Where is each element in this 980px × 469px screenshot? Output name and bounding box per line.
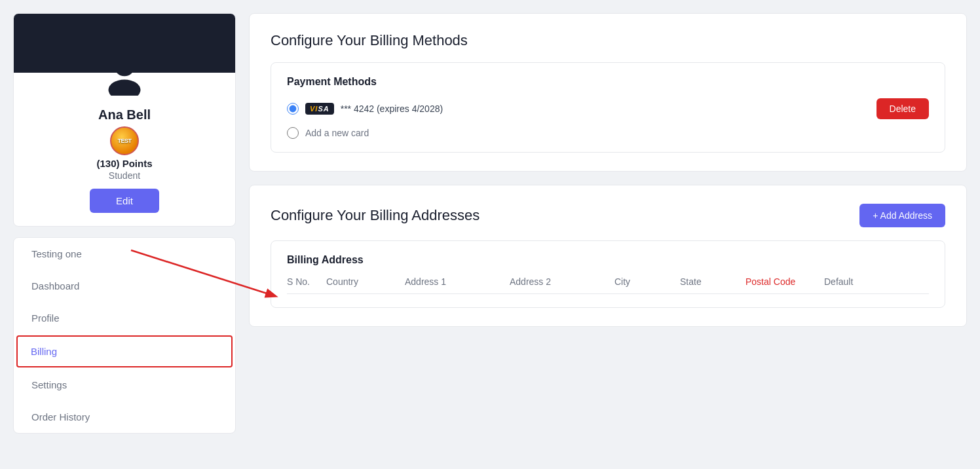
add-card-radio[interactable] bbox=[287, 127, 299, 139]
badge: TEST bbox=[110, 126, 139, 155]
col-postal-code: Postal Code bbox=[745, 276, 824, 287]
edit-button[interactable]: Edit bbox=[90, 189, 159, 213]
col-address1: Address 1 bbox=[405, 276, 510, 287]
points-label: (130) Points bbox=[96, 158, 152, 169]
payment-methods-box-title: Payment Methods bbox=[287, 76, 929, 88]
sidebar-item-order-history[interactable]: Order History bbox=[14, 401, 235, 433]
payment-methods-title: Configure Your Billing Methods bbox=[271, 32, 945, 49]
col-state: State bbox=[680, 276, 745, 287]
card-row: VISA *** 4242 (expires 4/2028) Delete bbox=[287, 98, 929, 119]
sidebar-item-profile[interactable]: Profile bbox=[14, 302, 235, 334]
delete-button[interactable]: Delete bbox=[876, 98, 929, 119]
table-header: S No. Country Address 1 Address 2 City S… bbox=[287, 276, 929, 294]
billing-address-box: Billing Address S No. Country Address 1 … bbox=[271, 240, 945, 308]
svg-point-1 bbox=[109, 80, 141, 96]
payment-methods-box: Payment Methods VISA *** 4242 (expires 4… bbox=[271, 62, 945, 153]
col-city: City bbox=[614, 276, 680, 287]
col-default: Default bbox=[824, 276, 876, 287]
sidebar-item-testing-one[interactable]: Testing one bbox=[14, 238, 235, 270]
card-info: *** 4242 (expires 4/2028) bbox=[341, 103, 443, 114]
payment-methods-section: Configure Your Billing Methods Payment M… bbox=[249, 13, 967, 172]
add-card-label: Add a new card bbox=[305, 128, 369, 138]
profile-banner bbox=[14, 14, 235, 73]
user-name: Ana Bell bbox=[98, 107, 151, 122]
col-sno: S No. bbox=[287, 276, 326, 287]
add-address-button[interactable]: + Add Address bbox=[859, 204, 945, 227]
role-label: Student bbox=[109, 170, 140, 181]
profile-card: Ana Bell TEST (130) Points Student Edit bbox=[13, 13, 236, 227]
sidebar-item-dashboard[interactable]: Dashboard bbox=[14, 270, 235, 302]
sidebar-item-billing[interactable]: Billing bbox=[18, 337, 231, 366]
billing-addresses-section: Configure Your Billing Addresses + Add A… bbox=[249, 185, 967, 327]
visa-logo: VISA bbox=[305, 103, 334, 115]
nav-menu: Testing one Dashboard Profile Billing Se… bbox=[13, 237, 236, 434]
addresses-header-row: Configure Your Billing Addresses + Add A… bbox=[271, 204, 945, 227]
card-radio[interactable] bbox=[287, 103, 299, 115]
addresses-section-title: Configure Your Billing Addresses bbox=[271, 207, 480, 224]
col-address2: Address 2 bbox=[510, 276, 614, 287]
main-content: Configure Your Billing Methods Payment M… bbox=[249, 13, 967, 327]
sidebar-item-settings[interactable]: Settings bbox=[14, 369, 235, 401]
billing-address-box-title: Billing Address bbox=[287, 254, 929, 266]
add-card-row: Add a new card bbox=[287, 127, 929, 139]
col-country: Country bbox=[326, 276, 405, 287]
